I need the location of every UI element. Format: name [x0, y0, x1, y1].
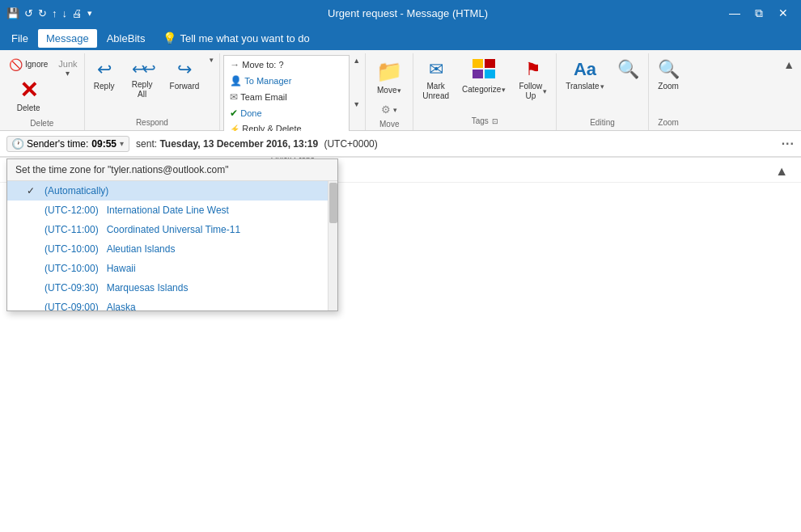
- email-collapse-button[interactable]: ▲: [775, 164, 788, 179]
- tz-utc-1: (UTC-12:00): [44, 205, 99, 216]
- svg-rect-1: [485, 59, 495, 68]
- ribbon-group-tags: ✉ MarkUnread Categorize ▾: [413, 53, 557, 130]
- move-icon: 📁: [376, 59, 402, 84]
- reply-button[interactable]: ↩ Reply: [88, 55, 121, 95]
- tz-list: ✓ (Automatically) (UTC-12:00) Internatio…: [7, 181, 337, 310]
- reply-all-icon: ↩↩: [132, 59, 153, 78]
- tags-group-label: Tags: [472, 115, 489, 127]
- undo-icon[interactable]: ↺: [24, 7, 33, 19]
- rules-button[interactable]: ⚙ ▾: [377, 101, 401, 118]
- save-icon[interactable]: 💾: [6, 7, 19, 19]
- window-title: Urgent request - Message (HTML): [92, 7, 723, 19]
- move-to-button[interactable]: → Move to: ?: [226, 57, 347, 73]
- ignore-button[interactable]: 🚫 Ignore: [3, 55, 53, 74]
- mark-unread-icon: ✉: [429, 59, 443, 80]
- tz-item-utc-11[interactable]: (UTC-11:00) Coordinated Universal Time-1…: [7, 220, 337, 239]
- print-icon[interactable]: 🖨: [72, 7, 83, 19]
- categorize-label: Categorize: [462, 85, 501, 95]
- ignore-label: Ignore: [25, 60, 48, 70]
- forward-label: Forward: [170, 82, 200, 91]
- tz-scrollbar[interactable]: [328, 181, 337, 310]
- tz-item-utc-10-aleutian[interactable]: (UTC-10:00) Aleutian Islands: [7, 239, 337, 259]
- info-bar-container: 🕐 Sender's time: 09:55 ▾ Set the time zo…: [0, 131, 801, 158]
- translate-button[interactable]: Aa Translate ▾: [560, 55, 609, 95]
- tz-utc-3: (UTC-10:00): [44, 243, 99, 255]
- window-controls: — ⧉ ✕: [723, 2, 795, 24]
- svg-rect-0: [473, 59, 483, 68]
- to-manager-icon: 👤: [230, 75, 242, 87]
- collapse-ribbon-button[interactable]: ▲: [780, 57, 798, 73]
- tz-item-utc-09[interactable]: (UTC-09:00) Alaska: [7, 298, 337, 310]
- move-to-icon: →: [230, 59, 239, 70]
- redo-icon[interactable]: ↻: [38, 7, 47, 19]
- menu-ablebits[interactable]: AbleBits: [99, 29, 154, 48]
- tz-item-utc-10-hawaii[interactable]: (UTC-10:00) Hawaii: [7, 259, 337, 278]
- menu-file[interactable]: File: [3, 29, 36, 48]
- ribbon-group-respond: ↩ Reply ↩↩ ReplyAll ↪ Forward ▼ Respond: [85, 53, 221, 130]
- zoom-button[interactable]: 🔍 Zoom: [652, 55, 685, 95]
- move-button[interactable]: 📁 Move ▾: [369, 55, 409, 99]
- restore-button[interactable]: ⧉: [748, 2, 770, 24]
- more-options-button[interactable]: ···: [782, 137, 795, 151]
- delete-icon: ✕: [19, 79, 38, 102]
- sent-date-value: Tuesday, 13 December 2016, 13:19: [159, 138, 318, 150]
- sent-utc-value: (UTC+0000): [324, 138, 377, 150]
- team-email-button[interactable]: ✉ Team Email: [226, 89, 347, 105]
- done-icon: ✔: [230, 108, 238, 119]
- more-respond-button[interactable]: ▼: [206, 55, 216, 65]
- follow-up-icon: ⚑: [525, 59, 541, 80]
- follow-up-button[interactable]: ⚑ FollowUp ▾: [513, 55, 553, 105]
- forward-button[interactable]: ↪ Forward: [164, 55, 206, 95]
- search-button[interactable]: 🔍: [612, 55, 645, 84]
- ribbon: 🚫 Ignore ✕ Delete Junk ▾ Delete ↩ Reply: [0, 50, 801, 131]
- delete-group-label: Delete: [30, 117, 53, 129]
- close-button[interactable]: ✕: [772, 2, 795, 24]
- tz-utc-6: (UTC-09:00): [44, 302, 99, 310]
- move-dropdown-arrow: ▾: [397, 87, 401, 95]
- sender-time-value: 09:55: [91, 138, 117, 150]
- delete-label: Delete: [17, 103, 40, 113]
- down-arrow-icon[interactable]: ↓: [62, 7, 68, 19]
- tell-me-label: Tell me what you want to do: [180, 32, 309, 44]
- sender-label: Sender's time:: [27, 138, 88, 150]
- svg-rect-3: [485, 70, 495, 78]
- tz-item-utc-12[interactable]: (UTC-12:00) International Date Line West: [7, 201, 337, 220]
- ribbon-collapse: ▲: [777, 53, 801, 130]
- to-manager-button[interactable]: 👤 To Manager: [226, 73, 347, 89]
- tell-me-input[interactable]: 💡 Tell me what you want to do: [155, 28, 317, 48]
- zoom-icon: 🔍: [658, 59, 680, 80]
- junk-dropdown-arrow: ▾: [66, 69, 70, 78]
- tz-label-6: Alaska: [107, 302, 136, 310]
- tz-utc-5: (UTC-09:30): [44, 282, 99, 293]
- tz-item-utc-0930[interactable]: (UTC-09:30) Marquesas Islands: [7, 278, 337, 298]
- to-manager-label: To Manager: [244, 76, 291, 86]
- title-bar-left: 💾 ↺ ↻ ↑ ↓ 🖨 ▾: [6, 7, 92, 19]
- sender-time-button[interactable]: 🕐 Sender's time: 09:55 ▾: [6, 136, 129, 152]
- done-button[interactable]: ✔ Done: [226, 105, 347, 121]
- reply-label: Reply: [94, 82, 115, 91]
- categorize-button[interactable]: Categorize ▾: [456, 55, 511, 99]
- clock-icon: 🕐: [12, 138, 23, 150]
- sent-text-label: sent:: [136, 138, 157, 150]
- translate-icon: Aa: [574, 59, 596, 80]
- quicksteps-scroll-up[interactable]: ▲: [353, 57, 360, 65]
- up-arrow-icon[interactable]: ↑: [52, 7, 57, 19]
- ignore-icon: 🚫: [9, 58, 23, 71]
- reply-all-button[interactable]: ↩↩ ReplyAll: [122, 55, 163, 103]
- minimize-button[interactable]: —: [723, 2, 746, 24]
- mark-unread-button[interactable]: ✉ MarkUnread: [417, 55, 455, 105]
- svg-rect-2: [473, 70, 483, 78]
- respond-more-icon: ▼: [208, 57, 214, 64]
- reply-icon: ↩: [97, 59, 112, 80]
- rules-dropdown: ▾: [393, 106, 397, 114]
- follow-up-label: FollowUp: [519, 82, 542, 101]
- editing-group-label: Editing: [590, 116, 615, 129]
- tags-expand-icon[interactable]: ⊡: [492, 117, 498, 125]
- junk-button[interactable]: Junk ▾: [55, 55, 80, 82]
- info-bar: 🕐 Sender's time: 09:55 ▾ Set the time zo…: [0, 131, 801, 157]
- tz-item-auto[interactable]: ✓ (Automatically): [7, 181, 337, 201]
- mark-unread-label: MarkUnread: [422, 82, 449, 101]
- menu-message[interactable]: Message: [38, 29, 97, 48]
- delete-button[interactable]: ✕ Delete: [11, 75, 46, 117]
- quicksteps-scroll-down[interactable]: ▼: [353, 100, 360, 108]
